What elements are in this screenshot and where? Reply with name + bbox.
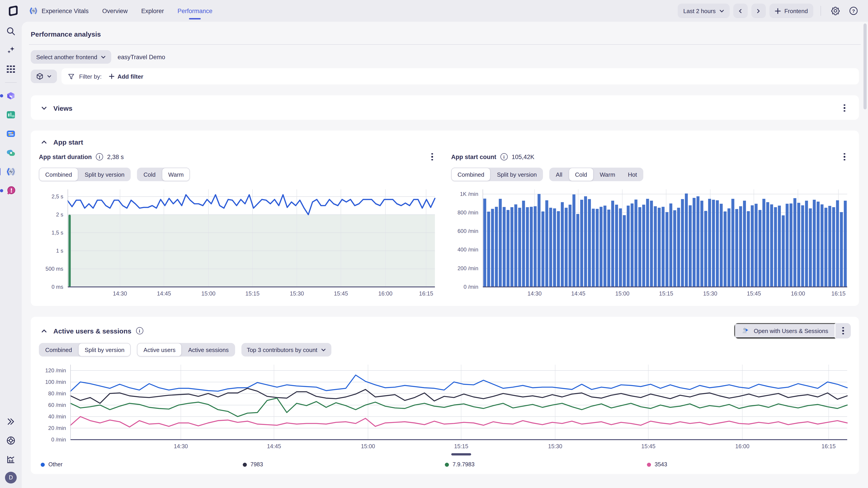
usage-chart-icon[interactable]	[3, 451, 19, 468]
scope-selector-button[interactable]	[31, 70, 57, 83]
svg-text:60 /min: 60 /min	[48, 402, 66, 408]
app-start-duration-chart[interactable]: 2,5 s2 s1,5 s1 s500 ms0 ms14:3014:4515:0…	[39, 186, 438, 300]
add-frontend-label: Frontend	[784, 7, 808, 14]
frontend-selector-row: Select another frontend easyTravel Demo	[31, 50, 859, 64]
seg-duration-mode-split-by-version[interactable]: Split by version	[79, 168, 131, 181]
info-icon[interactable]: i	[96, 153, 103, 160]
svg-text:15:00: 15:00	[202, 290, 216, 297]
legend-item-7-9-7983[interactable]: 7.9.7983	[445, 461, 647, 468]
app-services-icon[interactable]	[3, 144, 19, 161]
tab-overview[interactable]: Overview	[102, 0, 128, 22]
help-icon[interactable]: ?	[846, 4, 861, 18]
time-range-selector[interactable]: Last 2 hours	[678, 4, 730, 18]
seg-count-mode-split-by-version[interactable]: Split by version	[491, 168, 543, 181]
seg-active-metric-active-sessions[interactable]: Active sessions	[182, 343, 235, 357]
duration-menu-button[interactable]	[426, 151, 438, 163]
legend-item-3543[interactable]: 3543	[647, 461, 849, 468]
search-icon[interactable]	[3, 23, 19, 39]
app-tabs: Experience Vitals Overview Explorer Perf…	[29, 0, 213, 22]
contributors-dropdown-label: Top 3 contributors by count	[247, 346, 317, 353]
tab-label: Performance	[178, 7, 213, 14]
svg-text:16:00: 16:00	[378, 290, 393, 297]
svg-text:400 /min: 400 /min	[458, 247, 478, 253]
svg-text:600 /min: 600 /min	[458, 228, 478, 234]
settings-gear-icon[interactable]	[828, 4, 843, 18]
select-frontend-button[interactable]: Select another frontend	[31, 50, 111, 64]
app-grid-icon[interactable]	[3, 61, 19, 77]
segmented-control-active-metric: Active usersActive sessions	[137, 343, 235, 357]
app-sliders-icon[interactable]	[3, 126, 19, 142]
seg-duration-type-warm[interactable]: Warm	[162, 168, 190, 181]
chevron-up-icon	[41, 328, 47, 334]
app-boxes-icon[interactable]	[3, 88, 19, 104]
svg-text:0 /min: 0 /min	[464, 284, 478, 290]
help-lifebuoy-icon[interactable]	[3, 432, 19, 449]
chevron-up-icon	[41, 139, 47, 145]
app-experience-vitals-icon[interactable]	[3, 164, 19, 180]
seg-count-type-warm[interactable]: Warm	[593, 168, 621, 181]
count-menu-button[interactable]	[838, 151, 851, 163]
add-frontend-button[interactable]: Frontend	[770, 4, 813, 18]
add-filter-button[interactable]: Add filter	[106, 72, 146, 80]
info-icon[interactable]: i	[136, 327, 143, 334]
svg-text:1,5 s: 1,5 s	[52, 230, 63, 236]
legend-label: Other	[49, 461, 63, 468]
chevron-down-icon	[101, 55, 106, 59]
segmented-control-count-type: AllColdWarmHot	[550, 168, 643, 181]
notification-dot	[0, 189, 3, 192]
open-users-sessions-button[interactable]: Open with Users & Sessions	[735, 323, 835, 338]
seg-active-mode-combined[interactable]: Combined	[39, 343, 79, 357]
filter-bar[interactable]: Filter by: Add filter	[61, 68, 859, 85]
svg-text:80 /min: 80 /min	[48, 390, 66, 396]
tab-experience-vitals[interactable]: Experience Vitals	[29, 0, 89, 22]
active-users-title: Active users & sessions	[53, 327, 131, 335]
vertical-scrollbar-thumb[interactable]	[864, 24, 867, 109]
time-forward-button[interactable]	[751, 4, 766, 18]
seg-active-mode-split-by-version[interactable]: Split by version	[79, 343, 131, 357]
active-users-chart[interactable]: 120 /min100 /min80 /min60 /min40 /min20 …	[39, 361, 851, 459]
info-icon[interactable]: i	[500, 153, 508, 160]
seg-duration-type-cold[interactable]: Cold	[137, 168, 162, 181]
active-users-collapse-button[interactable]	[39, 326, 49, 336]
svg-text:15:30: 15:30	[290, 290, 304, 297]
count-value: 105,42K	[512, 153, 535, 160]
app-start-count-chart[interactable]: 1K /min800 /min600 /min400 /min200 /min0…	[451, 186, 851, 300]
app-start-collapse-button[interactable]	[39, 137, 49, 147]
seg-duration-mode-combined[interactable]: Combined	[39, 168, 79, 181]
main-content: Performance analysis Select another fron…	[22, 22, 868, 488]
legend-label: 7.9.7983	[453, 461, 474, 468]
seg-count-mode-combined[interactable]: Combined	[451, 168, 491, 181]
views-menu-button[interactable]	[838, 102, 851, 114]
app-problems-icon[interactable]	[3, 183, 19, 199]
filter-by-label: Filter by:	[79, 73, 102, 80]
page-title: Performance analysis	[31, 22, 859, 44]
svg-text:40 /min: 40 /min	[48, 414, 66, 420]
legend-item-other[interactable]: Other	[41, 461, 243, 468]
ai-sparkles-icon[interactable]	[3, 42, 19, 58]
experience-vitals-app-icon	[29, 6, 38, 15]
topbar-divider	[820, 6, 821, 16]
seg-count-type-hot[interactable]: Hot	[622, 168, 643, 181]
sidebar-divider	[5, 82, 17, 83]
plus-icon	[775, 8, 781, 14]
expand-sidebar-icon[interactable]	[3, 414, 19, 430]
seg-count-type-cold[interactable]: Cold	[569, 168, 594, 181]
user-avatar[interactable]: D	[5, 472, 17, 484]
app-dashboards-icon[interactable]	[3, 107, 19, 123]
svg-text:15:45: 15:45	[747, 290, 761, 297]
svg-text:14:45: 14:45	[571, 290, 585, 297]
svg-text:16:00: 16:00	[791, 290, 805, 297]
seg-active-metric-active-users[interactable]: Active users	[137, 343, 182, 357]
time-back-button[interactable]	[733, 4, 748, 18]
app-start-duration-panel: App start duration i 2,38 s CombinedSpli…	[39, 151, 438, 300]
cube-icon	[36, 73, 43, 80]
tab-explorer[interactable]: Explorer	[141, 0, 164, 22]
views-expand-button[interactable]	[39, 103, 49, 113]
contributors-dropdown[interactable]: Top 3 contributors by count	[241, 343, 331, 357]
seg-count-type-all[interactable]: All	[550, 168, 569, 181]
dynatrace-logo-icon[interactable]	[7, 5, 19, 17]
active-users-menu-button[interactable]	[835, 323, 851, 338]
chevron-down-icon	[321, 347, 326, 352]
legend-item-7983[interactable]: 7983	[243, 461, 445, 468]
tab-performance[interactable]: Performance	[178, 0, 213, 22]
